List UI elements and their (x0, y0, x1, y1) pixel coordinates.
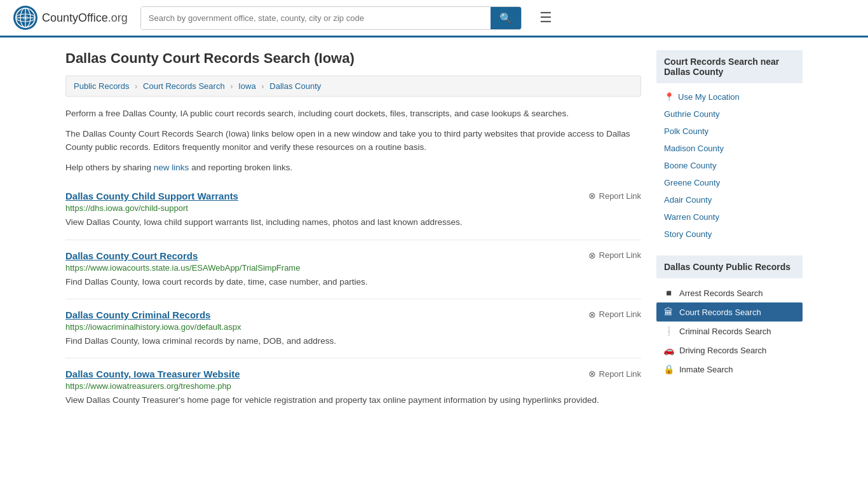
public-record-item[interactable]: ❕ Criminal Records Search (656, 322, 803, 341)
report-icon: ⊗ (588, 309, 596, 320)
public-record-item[interactable]: 🚗 Driving Records Search (656, 341, 803, 360)
hamburger-icon: ☰ (539, 10, 552, 25)
record-type-icon: ❕ (663, 326, 674, 336)
description-3: Help others by sharing new links and rep… (65, 161, 641, 175)
nearby-counties-list: Guthrie CountyPolk CountyMadison CountyB… (656, 105, 803, 243)
breadcrumb-link-public-records[interactable]: Public Records (74, 81, 129, 91)
main-container: Dallas County Court Records Search (Iowa… (53, 37, 815, 430)
public-record-link[interactable]: Driving Records Search (679, 346, 766, 355)
public-record-item[interactable]: 🔒 Inmate Search (656, 360, 803, 379)
nearby-county-link[interactable]: Guthrie County (656, 105, 803, 123)
nearby-county-link[interactable]: Adair County (656, 191, 803, 208)
breadcrumb-sep-1: › (135, 81, 137, 91)
search-button[interactable]: 🔍 (491, 7, 521, 29)
logo-text: CountyOffice.org (42, 11, 128, 25)
public-records-list: ◾ Arrest Records Search 🏛 Court Records … (656, 283, 803, 379)
nearby-county-link[interactable]: Story County (656, 226, 803, 243)
breadcrumb-link-court-records[interactable]: Court Records Search (143, 81, 225, 91)
nearby-county-link[interactable]: Warren County (656, 208, 803, 226)
public-record-item[interactable]: 🏛 Court Records Search (656, 302, 803, 322)
record-type-icon: ◾ (663, 288, 674, 298)
search-icon: 🔍 (499, 13, 512, 24)
record-title[interactable]: Dallas County Court Records (65, 250, 198, 261)
breadcrumb-link-dallas-county[interactable]: Dallas County (269, 81, 321, 91)
record-item: Dallas County, Iowa Treasurer Website ⊗ … (65, 358, 641, 417)
report-icon: ⊗ (588, 369, 596, 379)
record-title[interactable]: Dallas County Criminal Records (65, 309, 210, 320)
record-type-icon: 🚗 (663, 345, 674, 355)
logo-icon (13, 5, 38, 30)
logo[interactable]: CountyOffice.org (13, 5, 128, 30)
record-title[interactable]: Dallas County Child Support Warrants (65, 191, 238, 201)
nearby-county-link[interactable]: Polk County (656, 123, 803, 140)
public-record-link[interactable]: Arrest Records Search (679, 288, 763, 298)
breadcrumb-link-iowa[interactable]: Iowa (238, 81, 255, 91)
record-header: Dallas County, Iowa Treasurer Website ⊗ … (65, 369, 641, 379)
record-url: https://www.iowatreasurers.org/treshome.… (65, 381, 641, 391)
new-links-link[interactable]: new links (154, 163, 189, 172)
description-1: Perform a free Dallas County, IA public … (65, 107, 641, 121)
report-link-button[interactable]: ⊗ Report Link (588, 250, 641, 261)
report-link-label: Report Link (599, 250, 641, 260)
content-area: Dallas County Court Records Search (Iowa… (65, 50, 641, 417)
nearby-section: Court Records Search near Dallas County … (656, 50, 803, 243)
search-input[interactable] (141, 7, 491, 29)
report-link-button[interactable]: ⊗ Report Link (588, 369, 641, 379)
sidebar: Court Records Search near Dallas County … (656, 50, 803, 417)
record-url: https://dhs.iowa.gov/child-support (65, 203, 641, 213)
report-link-label: Report Link (599, 191, 641, 201)
public-records-title: Dallas County Public Records (656, 255, 803, 278)
search-bar: 🔍 (140, 6, 522, 30)
record-item: Dallas County Court Records ⊗ Report Lin… (65, 240, 641, 299)
nearby-county-link[interactable]: Greene County (656, 174, 803, 191)
report-icon: ⊗ (588, 191, 596, 201)
report-link-label: Report Link (599, 309, 641, 319)
record-description: View Dallas County, Iowa child support w… (65, 216, 641, 229)
record-description: Find Dallas County, Iowa court records b… (65, 276, 641, 288)
record-header: Dallas County Criminal Records ⊗ Report … (65, 309, 641, 320)
report-icon: ⊗ (588, 250, 596, 261)
record-url: https://www.iowacourts.state.ia.us/ESAWe… (65, 263, 641, 273)
public-record-link[interactable]: Inmate Search (679, 365, 733, 374)
description-2: The Dallas County Court Records Search (… (65, 127, 641, 154)
nearby-county-link[interactable]: Boone County (656, 157, 803, 174)
record-item: Dallas County Child Support Warrants ⊗ R… (65, 180, 641, 240)
public-records-section: Dallas County Public Records ◾ Arrest Re… (656, 255, 803, 379)
nearby-title: Court Records Search near Dallas County (656, 50, 803, 83)
breadcrumb-sep-3: › (261, 81, 264, 91)
record-header: Dallas County Court Records ⊗ Report Lin… (65, 250, 641, 261)
record-url: https://iowacriminalhistory.iowa.gov/def… (65, 322, 641, 332)
public-record-link[interactable]: Court Records Search (679, 308, 761, 317)
location-icon: 📍 (664, 92, 674, 102)
public-record-link[interactable]: Criminal Records Search (679, 327, 771, 336)
record-description: Find Dallas County, Iowa criminal record… (65, 335, 641, 348)
report-link-button[interactable]: ⊗ Report Link (588, 191, 641, 201)
record-item: Dallas County Criminal Records ⊗ Report … (65, 299, 641, 358)
records-list: Dallas County Child Support Warrants ⊗ R… (65, 180, 641, 417)
record-title[interactable]: Dallas County, Iowa Treasurer Website (65, 369, 240, 379)
header: CountyOffice.org 🔍 ☰ (0, 0, 868, 37)
page-title: Dallas County Court Records Search (Iowa… (65, 50, 641, 67)
breadcrumb-sep-2: › (230, 81, 233, 91)
nearby-county-link[interactable]: Madison County (656, 140, 803, 157)
record-type-icon: 🔒 (663, 364, 674, 374)
record-header: Dallas County Child Support Warrants ⊗ R… (65, 191, 641, 201)
report-link-label: Report Link (599, 369, 641, 379)
use-my-location[interactable]: 📍 Use My Location (656, 88, 803, 105)
report-link-button[interactable]: ⊗ Report Link (588, 309, 641, 320)
breadcrumb: Public Records › Court Records Search › … (65, 76, 641, 97)
menu-button[interactable]: ☰ (539, 10, 552, 26)
public-record-item[interactable]: ◾ Arrest Records Search (656, 283, 803, 302)
record-description: View Dallas County Treasurer's home page… (65, 394, 641, 407)
record-type-icon: 🏛 (663, 307, 674, 317)
svg-point-6 (23, 15, 28, 20)
